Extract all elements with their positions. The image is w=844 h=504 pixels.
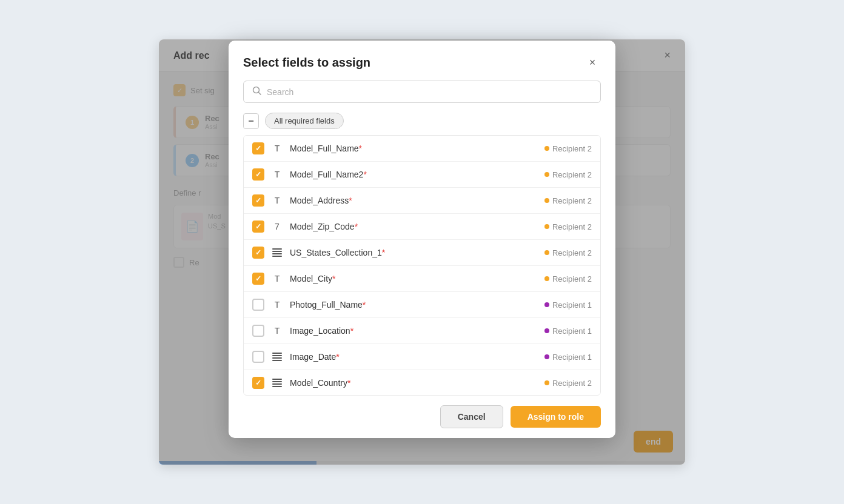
field-item: T Image_Location* Recipient 1	[244, 318, 600, 344]
field-item: T Model_City* Recipient 2	[244, 266, 600, 292]
recipient-dot	[544, 172, 549, 177]
svg-rect-13	[272, 386, 282, 387]
field-recipient: Recipient 2	[544, 274, 592, 284]
field-name: Model_Full_Name*	[290, 144, 538, 153]
field-name: Image_Date*	[290, 352, 538, 362]
recipient-dot	[544, 302, 549, 307]
svg-rect-9	[272, 360, 282, 361]
field-type-icon: T	[270, 272, 284, 285]
svg-rect-5	[272, 256, 282, 257]
field-name: Image_Location*	[290, 326, 538, 336]
modal-footer: Cancel Assign to role	[229, 396, 615, 438]
recipient-dot	[544, 198, 549, 203]
field-type-icon	[270, 376, 284, 390]
field-checkbox-f5[interactable]	[252, 247, 264, 259]
svg-line-1	[259, 93, 261, 95]
field-name: Photog_Full_Name*	[290, 300, 538, 310]
field-type-icon	[270, 246, 284, 259]
recipient-dot	[544, 224, 549, 229]
field-name: Model_Zip_Code*	[290, 222, 538, 231]
recipient-dot	[544, 276, 549, 281]
field-name: US_States_Collection_1*	[290, 248, 538, 257]
recipient-dot	[544, 146, 549, 151]
field-recipient: Recipient 2	[544, 196, 592, 205]
recipient-label: Recipient 2	[552, 222, 592, 231]
field-type-icon: T	[270, 168, 284, 181]
field-recipient: Recipient 2	[544, 144, 592, 153]
field-checkbox-f7[interactable]	[252, 299, 264, 311]
field-recipient: Recipient 2	[544, 170, 592, 179]
cancel-button[interactable]: Cancel	[440, 405, 503, 428]
field-checkbox-f10[interactable]	[252, 377, 264, 389]
recipient-label: Recipient 2	[552, 248, 592, 257]
field-name: Model_City*	[290, 274, 538, 284]
svg-rect-3	[272, 251, 282, 252]
fields-list: T Model_Full_Name* Recipient 2 T Model_F…	[243, 135, 601, 396]
field-recipient: Recipient 1	[544, 300, 592, 310]
deselect-all-button[interactable]: −	[243, 113, 259, 129]
field-type-icon: T	[270, 142, 284, 155]
field-checkbox-f1[interactable]	[252, 142, 264, 154]
field-name: Model_Full_Name2*	[290, 170, 538, 179]
field-checkbox-f9[interactable]	[252, 351, 264, 363]
recipient-dot	[544, 354, 549, 359]
field-recipient: Recipient 2	[544, 248, 592, 257]
recipient-label: Recipient 1	[552, 327, 592, 336]
field-recipient: Recipient 2	[544, 222, 592, 231]
field-type-icon: T	[270, 298, 284, 311]
recipient-label: Recipient 2	[552, 379, 592, 388]
field-type-icon: 7	[270, 220, 284, 233]
filter-row: − All required fields	[229, 113, 615, 135]
assign-to-role-button[interactable]: Assign to role	[511, 406, 601, 428]
recipient-label: Recipient 2	[552, 170, 592, 179]
svg-rect-6	[272, 353, 282, 354]
field-recipient: Recipient 1	[544, 353, 592, 362]
field-item: Model_Country* Recipient 2	[244, 370, 600, 396]
field-recipient: Recipient 2	[544, 379, 592, 388]
field-type-icon	[270, 350, 284, 363]
all-required-fields-filter[interactable]: All required fields	[265, 113, 344, 129]
recipient-label: Recipient 1	[552, 300, 592, 310]
field-checkbox-f3[interactable]	[252, 194, 264, 207]
recipient-dot	[544, 250, 549, 255]
search-box	[243, 81, 601, 103]
search-container	[229, 81, 615, 113]
modal-header: Select fields to assign ×	[229, 41, 615, 81]
field-name: Model_Country*	[290, 378, 538, 388]
field-checkbox-f8[interactable]	[252, 325, 264, 337]
recipient-dot	[544, 328, 549, 333]
recipient-label: Recipient 2	[552, 274, 592, 284]
field-item: Image_Date* Recipient 1	[244, 344, 600, 370]
field-name: Model_Address*	[290, 196, 538, 205]
modal-title: Select fields to assign	[243, 56, 370, 70]
field-item: 7 Model_Zip_Code* Recipient 2	[244, 214, 600, 240]
svg-rect-8	[272, 357, 282, 359]
svg-rect-4	[272, 253, 282, 254]
field-item: T Photog_Full_Name* Recipient 1	[244, 292, 600, 318]
recipient-label: Recipient 1	[552, 353, 592, 362]
search-input[interactable]	[267, 87, 592, 97]
select-fields-modal: Select fields to assign × − All required…	[229, 41, 615, 438]
recipient-dot	[544, 380, 549, 385]
modal-close-button[interactable]: ×	[584, 54, 601, 71]
field-type-icon: T	[270, 324, 284, 337]
field-item: T Model_Address* Recipient 2	[244, 188, 600, 214]
field-item: T Model_Full_Name2* Recipient 2	[244, 162, 600, 188]
svg-rect-2	[272, 248, 282, 250]
field-item: US_States_Collection_1* Recipient 2	[244, 240, 600, 266]
svg-rect-11	[272, 381, 282, 382]
field-checkbox-f4[interactable]	[252, 220, 264, 233]
field-recipient: Recipient 1	[544, 327, 592, 336]
field-checkbox-f2[interactable]	[252, 168, 264, 181]
field-type-icon: T	[270, 194, 284, 207]
recipient-label: Recipient 2	[552, 144, 592, 153]
field-checkbox-f6[interactable]	[252, 273, 264, 285]
field-item: T Model_Full_Name* Recipient 2	[244, 136, 600, 162]
svg-rect-7	[272, 355, 282, 356]
svg-rect-10	[272, 379, 282, 380]
search-icon	[252, 86, 262, 98]
svg-rect-12	[272, 383, 282, 385]
recipient-label: Recipient 2	[552, 196, 592, 205]
